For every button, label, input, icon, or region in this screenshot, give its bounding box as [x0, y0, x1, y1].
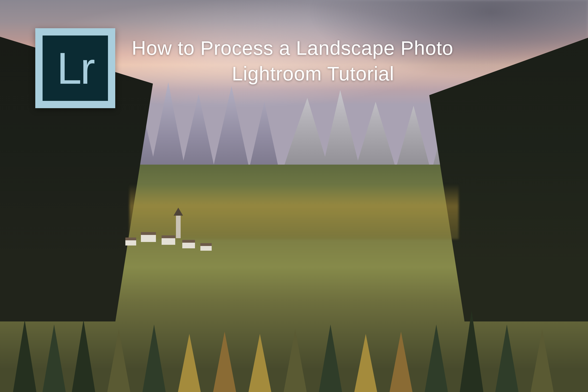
conifer-tree	[494, 324, 520, 392]
lightroom-logo-inner: Lr	[42, 36, 108, 101]
larch-tree	[247, 334, 273, 392]
conifer-tree	[41, 324, 67, 392]
conifer-tree	[12, 320, 38, 392]
tutorial-cover-image: Lr How to Process a Landscape Photo Ligh…	[0, 0, 588, 392]
larch-tree	[212, 332, 238, 392]
conifer-tree	[423, 324, 449, 392]
cover-title: How to Process a Landscape Photo Lightro…	[132, 35, 574, 86]
conifer-tree	[141, 324, 167, 392]
conifer-tree	[70, 320, 96, 392]
larch-tree	[353, 334, 379, 392]
larch-tree	[388, 332, 414, 392]
foreground-forest	[0, 243, 588, 392]
lightroom-abbrev: Lr	[57, 46, 94, 90]
conifer-tree	[459, 310, 484, 392]
title-line-1: How to Process a Landscape Photo	[132, 35, 574, 61]
church-steeple	[176, 216, 181, 238]
conifer-tree	[529, 329, 555, 392]
conifer-tree	[282, 329, 308, 392]
house	[141, 232, 156, 242]
title-line-2: Lightroom Tutorial	[132, 61, 574, 86]
conifer-tree	[318, 324, 344, 392]
lightroom-logo: Lr	[35, 28, 115, 108]
larch-tree	[176, 334, 202, 392]
conifer-tree	[106, 329, 132, 392]
